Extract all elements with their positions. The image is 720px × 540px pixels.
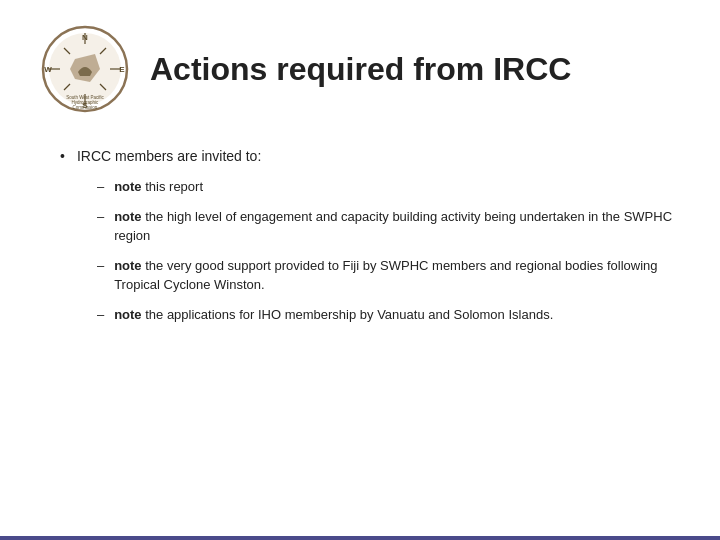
sub-text-1: note this report — [114, 177, 203, 197]
sub-text-2: note the high level of engagement and ca… — [114, 207, 680, 246]
sub-dash-2: – — [97, 207, 104, 227]
svg-text:W: W — [44, 65, 52, 74]
sub-text-4: note the applications for IHO membership… — [114, 305, 553, 325]
sub-items-list: – note this report – note the high level… — [77, 177, 680, 324]
svg-text:E: E — [119, 65, 125, 74]
sub-rest-2: the high level of engagement and capacit… — [114, 209, 672, 244]
sub-bold-2: note — [114, 209, 141, 224]
sub-dash-1: – — [97, 177, 104, 197]
page: N S E W South West Pacific Hydrographic … — [0, 0, 720, 540]
sub-rest-4: the applications for IHO membership by V… — [142, 307, 554, 322]
sub-dash-3: – — [97, 256, 104, 276]
footer-divider — [0, 536, 720, 540]
sub-rest-1: this report — [142, 179, 203, 194]
sub-bold-1: note — [114, 179, 141, 194]
sub-item-4: – note the applications for IHO membersh… — [97, 305, 680, 325]
bullet-intro-text: IRCC members are invited to: — [77, 148, 261, 164]
page-title: Actions required from IRCC — [150, 50, 571, 88]
svg-text:N: N — [82, 33, 88, 42]
bullet-item: • IRCC members are invited to: – note th… — [60, 146, 680, 334]
logo: N S E W South West Pacific Hydrographic … — [40, 24, 130, 114]
sub-bold-3: note — [114, 258, 141, 273]
sub-item-1: – note this report — [97, 177, 680, 197]
sub-rest-3: the very good support provided to Fiji b… — [114, 258, 657, 293]
bullet-dot: • — [60, 148, 65, 164]
sub-bold-4: note — [114, 307, 141, 322]
sub-item-3: – note the very good support provided to… — [97, 256, 680, 295]
sub-text-3: note the very good support provided to F… — [114, 256, 680, 295]
sub-dash-4: – — [97, 305, 104, 325]
main-content: • IRCC members are invited to: – note th… — [40, 146, 680, 334]
header: N S E W South West Pacific Hydrographic … — [40, 24, 680, 114]
sub-item-2: – note the high level of engagement and … — [97, 207, 680, 246]
svg-text:Commission: Commission — [73, 105, 98, 110]
